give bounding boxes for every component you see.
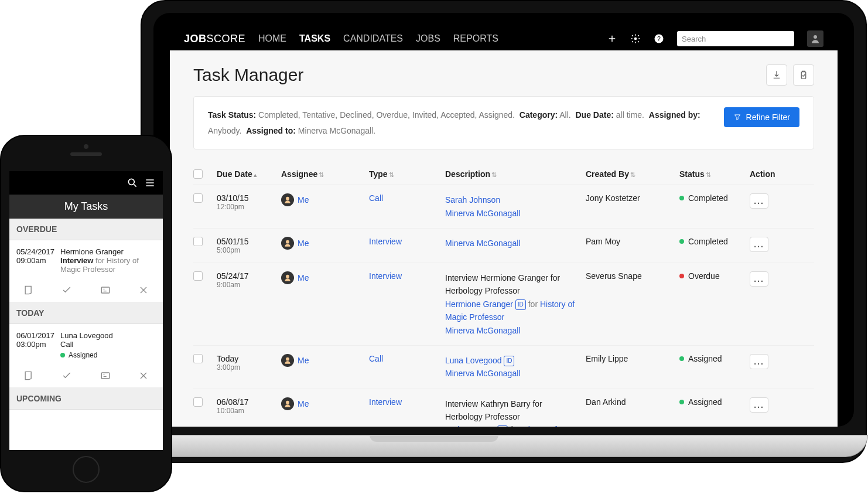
menu-icon[interactable] — [144, 177, 156, 189]
col-assignee[interactable]: Assignee⇅ — [281, 169, 363, 179]
svg-point-9 — [286, 400, 289, 404]
mobile-task-item[interactable]: 06/01/201703:00pm Luna Lovegood Call Ass… — [9, 324, 163, 364]
due-date-cell: 03/10/1512:00pm — [217, 193, 275, 211]
mobile-page-title: My Tasks — [9, 195, 163, 219]
created-by-cell: Severus Snape — [586, 271, 674, 281]
nav-candidates[interactable]: CANDIDATES — [343, 33, 403, 44]
close-icon[interactable] — [138, 370, 149, 382]
avatar-icon — [281, 397, 294, 410]
type-link[interactable]: Interview — [369, 271, 439, 281]
candidate-link[interactable]: Hermione Granger — [445, 299, 513, 309]
svg-point-0 — [634, 38, 637, 40]
svg-rect-11 — [101, 287, 109, 293]
plus-icon[interactable] — [607, 33, 617, 44]
created-by-cell: Dan Arkind — [586, 397, 674, 407]
row-checkbox[interactable] — [193, 193, 203, 203]
row-checkbox[interactable] — [193, 271, 203, 281]
candidate-link[interactable]: Minerva McGonagall — [445, 207, 580, 220]
check-icon[interactable] — [61, 284, 73, 296]
row-action-button[interactable]: ... — [750, 237, 768, 252]
close-icon[interactable] — [138, 284, 149, 296]
refine-filter-button[interactable]: Refine Filter — [724, 107, 799, 127]
assignee-link[interactable]: Me — [298, 273, 309, 282]
assignee-link[interactable]: Me — [298, 399, 309, 408]
candidate-link[interactable]: Sarah Johnson — [445, 193, 580, 206]
phone-home-button[interactable] — [73, 456, 100, 483]
row-action-button[interactable]: ... — [750, 271, 768, 287]
top-navbar: JOBSCORE HOME TASKS CANDIDATES JOBS REPO… — [170, 27, 838, 50]
row-checkbox[interactable] — [193, 237, 203, 246]
mobile-task-actions — [9, 278, 163, 302]
nav-reports[interactable]: REPORTS — [453, 33, 498, 44]
table-row: 06/08/1710:00amMeInterviewInterview Kath… — [193, 389, 814, 427]
candidate-link[interactable]: Minerva McGonagall — [445, 237, 580, 250]
avatar-icon — [281, 193, 294, 206]
desktop-screen: JOBSCORE HOME TASKS CANDIDATES JOBS REPO… — [170, 27, 838, 427]
search-icon[interactable] — [127, 177, 138, 189]
svg-point-6 — [286, 240, 289, 244]
filter-summary: Task Status: Completed, Tentative, Decli… — [208, 107, 712, 138]
row-action-button[interactable]: ... — [750, 397, 768, 413]
col-description[interactable]: Description⇅ — [445, 169, 580, 179]
description-cell: Interview Hermione Granger for Herbology… — [445, 271, 580, 337]
col-due-date[interactable]: Due Date▴ — [217, 169, 275, 179]
created-by-cell: Pam Moy — [586, 237, 674, 246]
svg-point-7 — [286, 275, 289, 278]
download-button[interactable] — [766, 64, 787, 86]
type-link[interactable]: Interview — [369, 237, 439, 246]
row-checkbox[interactable] — [193, 397, 203, 407]
candidate-link[interactable]: Luna Lovegood — [445, 356, 502, 365]
svg-point-5 — [286, 197, 289, 200]
type-link[interactable]: Call — [369, 193, 439, 203]
col-status[interactable]: Status⇅ — [679, 169, 744, 179]
assignee-link[interactable]: Me — [298, 195, 309, 205]
clipboard-button[interactable] — [793, 64, 814, 86]
type-link[interactable]: Interview — [369, 397, 439, 407]
nav-jobs[interactable]: JOBS — [416, 33, 440, 44]
row-action-button[interactable]: ... — [750, 354, 768, 369]
description-cell: Luna Lovegood ID Minerva McGonagall — [445, 354, 580, 380]
svg-point-8 — [286, 357, 289, 361]
assignee-link[interactable]: Me — [298, 356, 309, 365]
status-cell: Assigned — [679, 354, 744, 363]
avatar-icon — [281, 354, 294, 367]
check-icon[interactable] — [61, 370, 73, 382]
status-cell: Completed — [679, 193, 744, 203]
status-cell: Overdue — [679, 271, 744, 281]
nav-home[interactable]: HOME — [258, 33, 286, 44]
select-all-checkbox[interactable] — [193, 169, 203, 179]
help-icon[interactable]: ? — [654, 33, 664, 44]
mobile-task-item[interactable]: 05/24/201709:00am Hermione Granger Inter… — [9, 240, 163, 278]
svg-point-10 — [128, 179, 134, 185]
due-date-cell: 05/24/179:00am — [217, 271, 275, 289]
card-icon[interactable] — [100, 284, 111, 296]
table-row: 03/10/1512:00pmMeCallSarah JohnsonMinerv… — [193, 185, 814, 229]
row-action-button[interactable]: ... — [750, 193, 768, 209]
svg-point-3 — [814, 35, 817, 39]
note-icon[interactable] — [23, 284, 35, 296]
user-avatar[interactable] — [807, 30, 823, 47]
nav-tasks[interactable]: TASKS — [299, 33, 330, 44]
description-cell: Minerva McGonagall — [445, 237, 580, 250]
gear-icon[interactable] — [630, 33, 641, 44]
status-dot-icon — [679, 196, 684, 200]
assignee-cell: Me — [281, 237, 363, 250]
col-created-by[interactable]: Created By⇅ — [586, 169, 674, 179]
card-icon[interactable] — [100, 370, 111, 382]
candidate-link[interactable]: Minerva McGonagall — [445, 324, 580, 337]
note-icon[interactable] — [23, 370, 35, 382]
id-badge-icon: ID — [504, 356, 514, 366]
row-checkbox[interactable] — [193, 354, 203, 363]
mobile-status: Assigned — [60, 351, 156, 359]
candidate-link[interactable]: Kathryn Barry — [445, 425, 495, 427]
mobile-navbar: JOBSCORE — [9, 171, 163, 195]
assignee-link[interactable]: Me — [298, 239, 309, 248]
id-badge-icon: ID — [515, 299, 526, 310]
section-overdue: OVERDUE — [9, 219, 163, 240]
candidate-link[interactable]: Minerva McGonagall — [445, 367, 580, 380]
search-input[interactable]: Search — [677, 31, 794, 46]
type-link[interactable]: Call — [369, 354, 439, 363]
table-row: 05/01/155:00pmMeInterviewMinerva McGonag… — [193, 229, 814, 263]
table-header: Due Date▴ Assignee⇅ Type⇅ Description⇅ C… — [193, 164, 814, 185]
col-type[interactable]: Type⇅ — [369, 169, 439, 179]
